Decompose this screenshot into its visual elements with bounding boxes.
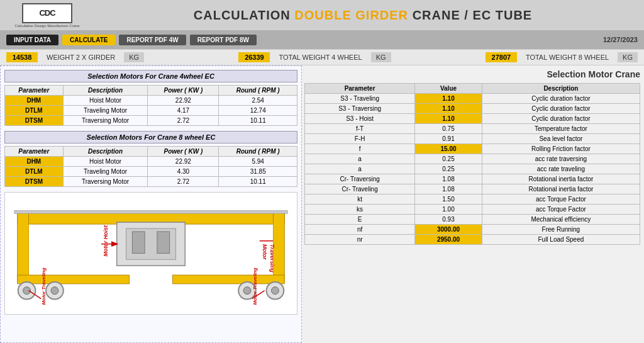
svg-text:Motor Hoist: Motor Hoist xyxy=(103,225,109,256)
report-4w-button[interactable]: REPORT PDF 4W xyxy=(119,35,186,45)
svg-rect-15 xyxy=(132,232,145,254)
logo-main-text: CDC xyxy=(39,8,55,18)
param-name-cell: a xyxy=(305,154,415,164)
desc-col-header: Description xyxy=(482,84,640,94)
title-suffix: CRANE / EC TUBE xyxy=(408,8,532,22)
param-name-cell: f-T xyxy=(305,124,415,134)
param-cell: DTLM xyxy=(5,106,64,116)
param-cell: DTSM xyxy=(5,116,64,126)
param-value-cell: 15.00 xyxy=(415,144,482,154)
param-cell: DHM xyxy=(5,96,64,106)
param-name-cell: nr xyxy=(305,235,415,245)
section1-title: Selection Motors For Crane 4wheel EC xyxy=(4,70,297,82)
param-name-cell: S3 - Hoist xyxy=(305,114,415,124)
param-value-cell: 2950.00 xyxy=(415,235,482,245)
param-desc-cell: Sea level factor xyxy=(482,134,640,144)
param-name-cell: Cr- Traveling xyxy=(305,184,415,194)
param-cell: DTLM xyxy=(5,167,64,177)
param-cell: DTSM xyxy=(5,177,64,187)
motor-table-8wheel: Parameter Description Power ( KW ) Round… xyxy=(4,146,297,187)
param-value-cell: 1.08 xyxy=(415,184,482,194)
param-desc-cell: acc rate traversing xyxy=(482,154,640,164)
param-desc-cell: Rotational inertia factor xyxy=(482,184,640,194)
round-cell: 12.74 xyxy=(219,106,297,116)
header: CDC Calculation Design Manufacture Crane… xyxy=(0,0,644,30)
param-value-cell: 0.93 xyxy=(415,215,482,225)
weight2-label: TOTAL WEIGHT 4 WHEEL xyxy=(275,53,365,61)
main-content: Selection Motors For Crane 4wheel EC Par… xyxy=(0,65,644,343)
svg-rect-29 xyxy=(14,210,287,213)
svg-text:Motor: Motor xyxy=(262,244,268,260)
param-value-cell: 1.10 xyxy=(415,114,482,124)
param-desc-cell: acc rate traveling xyxy=(482,164,640,174)
right-panel: Selection Motor Crane Parameter Value De… xyxy=(302,65,644,343)
weight-bar: 14538 WEIGHT 2 X GIRDER KG 26339 TOTAL W… xyxy=(0,49,644,65)
param-value-cell: 1.10 xyxy=(415,94,482,104)
calculate-button[interactable]: CALCULATE xyxy=(62,35,115,45)
col-desc-4w: Description xyxy=(63,86,148,96)
desc-cell: Hoist Motor xyxy=(63,96,148,106)
table-row: Cr- Traveling 1.08 Rotational inertia fa… xyxy=(305,184,640,194)
param-desc-cell: Cyclic duration factor xyxy=(482,94,640,104)
table-row: S3 - Traveling 1.10 Cyclic duration fact… xyxy=(305,94,640,104)
param-desc-cell: Full Load Speed xyxy=(482,235,640,245)
param-desc-cell: acc Torque Factor xyxy=(482,205,640,215)
power-cell: 4.17 xyxy=(148,106,219,116)
table-row: nr 2950.00 Full Load Speed xyxy=(305,235,640,245)
power-cell: 4.30 xyxy=(148,167,219,177)
desc-cell: Traveling Motor xyxy=(63,106,148,116)
svg-point-12 xyxy=(272,287,279,295)
param-desc-cell: Rolling Friction factor xyxy=(482,144,640,154)
table-row: a 0.25 acc rate traveling xyxy=(305,164,640,174)
logo-box: CDC xyxy=(22,3,72,23)
desc-cell: Traversing Motor xyxy=(63,177,148,187)
table-row: f 15.00 Rolling Friction factor xyxy=(305,144,640,154)
param-value-cell: 1.00 xyxy=(415,205,482,215)
table-row: nf 3000.00 Free Running xyxy=(305,225,640,235)
weight1-label: WEIGHT 2 X GIRDER xyxy=(43,53,119,61)
input-data-button[interactable]: INPUT DATA xyxy=(6,35,58,45)
motor-table-4wheel: Parameter Description Power ( KW ) Round… xyxy=(4,85,297,126)
parameter-table: Parameter Value Description S3 - Traveli… xyxy=(304,83,640,245)
power-cell: 22.92 xyxy=(148,96,219,106)
weight3-value: 27807 xyxy=(486,52,517,62)
svg-rect-16 xyxy=(157,232,170,254)
param-desc-cell: Temperature factor xyxy=(482,124,640,134)
param-value-cell: 1.10 xyxy=(415,104,482,114)
svg-point-10 xyxy=(243,287,251,295)
table-row: DHM Hoist Motor 22.92 2.54 xyxy=(5,96,297,106)
param-value-cell: 0.25 xyxy=(415,154,482,164)
svg-text:Traversing: Traversing xyxy=(269,244,275,273)
table-row: Cr- Traversing 1.08 Rotational inertia f… xyxy=(305,174,640,184)
desc-cell: Traveling Motor xyxy=(63,167,148,177)
param-value-cell: 1.08 xyxy=(415,174,482,184)
param-cell: DHM xyxy=(5,157,64,167)
col-round-8w: Round ( RPM ) xyxy=(219,147,297,157)
table-row: ks 1.00 acc Torque Factor xyxy=(305,205,640,215)
col-round-4w: Round ( RPM ) xyxy=(219,86,297,96)
param-value-cell: 0.75 xyxy=(415,124,482,134)
weight3-unit: KG xyxy=(618,52,638,62)
crane-diagram: Motor Hoist Motor Traversing Motor Trave… xyxy=(4,192,297,315)
power-cell: 22.92 xyxy=(148,157,219,167)
logo-sub-text: Calculation Design Manufacture Crane xyxy=(14,24,79,28)
title-prefix: CALCULATION xyxy=(194,8,295,22)
param-desc-cell: Cyclic duration factor xyxy=(482,114,640,124)
svg-text:Motor Traveling: Motor Traveling xyxy=(41,267,47,305)
param-col-header: Parameter xyxy=(305,84,415,94)
col-param-8w: Parameter xyxy=(5,147,64,157)
table-row: F-H 0.91 Sea level factor xyxy=(305,134,640,144)
left-panel: Selection Motors For Crane 4wheel EC Par… xyxy=(0,65,302,343)
param-name-cell: S3 - Traveling xyxy=(305,94,415,104)
param-value-cell: 3000.00 xyxy=(415,225,482,235)
desc-cell: Hoist Motor xyxy=(63,157,148,167)
weight2-value: 26339 xyxy=(238,52,270,62)
param-name-cell: F-H xyxy=(305,134,415,144)
section2-title: Selection Motors For Crane 8 wheel EC xyxy=(4,131,297,143)
power-cell: 2.72 xyxy=(148,116,219,126)
report-8w-button[interactable]: REPORT PDF 8W xyxy=(190,35,257,45)
table-row: DTSM Traversing Motor 2.72 10.11 xyxy=(5,116,297,126)
desc-cell: Traversing Motor xyxy=(63,116,148,126)
weight3-label: TOTAL WEIGHT 8 WHEEL xyxy=(522,53,613,61)
round-cell: 2.54 xyxy=(219,96,297,106)
